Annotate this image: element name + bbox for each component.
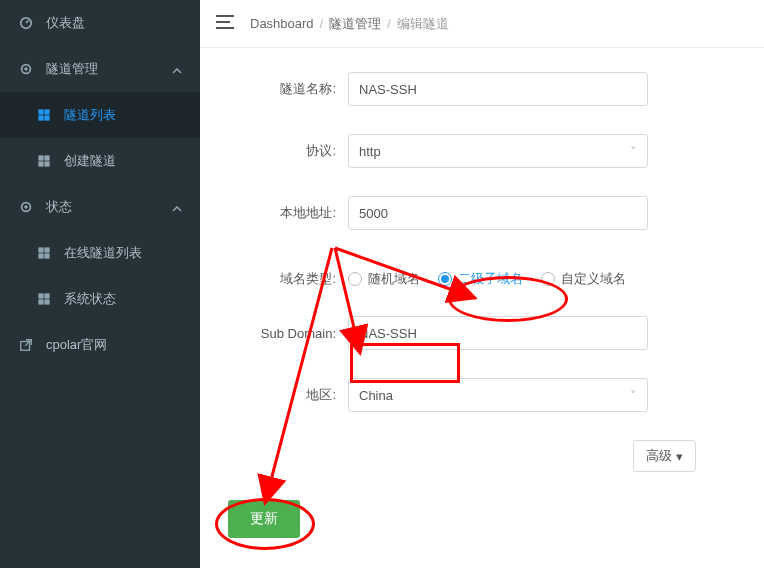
domain-type-subdomain[interactable]: 二级子域名 (438, 270, 523, 288)
breadcrumb-sep: / (320, 16, 324, 31)
svg-line-1 (26, 20, 29, 23)
svg-rect-7 (45, 116, 49, 120)
grid-icon (36, 107, 52, 123)
sidebar-item-label: cpolar官网 (46, 336, 107, 354)
main-content: Dashboard / 隧道管理 / 编辑隧道 隧道名称: 协议: http ˅ (200, 0, 764, 568)
external-link-icon (18, 337, 34, 353)
sidebar-item-label: 仪表盘 (46, 14, 85, 32)
sidebar-item-label: 系统状态 (64, 290, 116, 308)
breadcrumb-sep: / (387, 16, 391, 31)
breadcrumb-current: 编辑隧道 (397, 15, 449, 33)
sidebar-item-official-site[interactable]: cpolar官网 (0, 322, 200, 368)
local-addr-label: 本地地址: (228, 204, 348, 222)
region-label: 地区: (228, 386, 348, 404)
subdomain-input[interactable] (348, 316, 648, 350)
svg-rect-8 (39, 156, 43, 160)
grid-icon (36, 153, 52, 169)
region-select[interactable]: China ˅ (348, 378, 648, 412)
tunnel-name-label: 隧道名称: (228, 80, 348, 98)
sidebar: 仪表盘 隧道管理 隧道列表 创建隧道 (0, 0, 200, 568)
gear-icon (18, 199, 34, 215)
svg-rect-19 (45, 294, 49, 298)
domain-type-radio-group: 随机域名 二级子域名 自定义域名 (348, 270, 736, 288)
sidebar-item-label: 隧道列表 (64, 106, 116, 124)
breadcrumb-link[interactable]: Dashboard (250, 16, 314, 31)
protocol-select[interactable]: http ˅ (348, 134, 648, 168)
svg-rect-11 (45, 162, 49, 166)
topbar: Dashboard / 隧道管理 / 编辑隧道 (200, 0, 764, 48)
subdomain-label: Sub Domain: (228, 326, 348, 341)
svg-point-3 (25, 68, 28, 71)
sidebar-item-tunnel-list[interactable]: 隧道列表 (0, 92, 200, 138)
caret-down-icon: ▾ (676, 449, 683, 464)
advanced-button[interactable]: 高级 ▾ (633, 440, 696, 472)
sidebar-item-label: 隧道管理 (46, 60, 98, 78)
domain-type-custom[interactable]: 自定义域名 (541, 270, 626, 288)
svg-line-23 (25, 340, 31, 346)
gear-icon (18, 61, 34, 77)
svg-rect-5 (45, 110, 49, 114)
protocol-value: http (359, 144, 381, 159)
form-area: 隧道名称: 协议: http ˅ 本地地址: 域名类型: (200, 48, 764, 568)
toggle-sidebar-icon[interactable] (216, 15, 234, 32)
svg-rect-14 (39, 248, 43, 252)
chevron-down-icon: ˅ (630, 144, 637, 159)
svg-point-13 (25, 206, 28, 209)
sidebar-item-dashboard[interactable]: 仪表盘 (0, 0, 200, 46)
svg-rect-18 (39, 294, 43, 298)
grid-icon (36, 245, 52, 261)
local-addr-input[interactable] (348, 196, 648, 230)
svg-rect-10 (39, 162, 43, 166)
sidebar-item-label: 状态 (46, 198, 72, 216)
domain-type-random[interactable]: 随机域名 (348, 270, 420, 288)
svg-rect-21 (45, 300, 49, 304)
sidebar-item-tunnel-mgmt[interactable]: 隧道管理 (0, 46, 200, 92)
update-button[interactable]: 更新 (228, 500, 300, 538)
svg-rect-9 (45, 156, 49, 160)
svg-rect-15 (45, 248, 49, 252)
svg-rect-20 (39, 300, 43, 304)
sidebar-item-label: 在线隧道列表 (64, 244, 142, 262)
region-value: China (359, 388, 393, 403)
sidebar-item-system-status[interactable]: 系统状态 (0, 276, 200, 322)
svg-rect-16 (39, 254, 43, 258)
grid-icon (36, 291, 52, 307)
svg-rect-17 (45, 254, 49, 258)
chevron-down-icon: ˅ (630, 388, 637, 403)
svg-rect-4 (39, 110, 43, 114)
breadcrumb: Dashboard / 隧道管理 / 编辑隧道 (250, 15, 449, 33)
sidebar-item-online-tunnels[interactable]: 在线隧道列表 (0, 230, 200, 276)
protocol-label: 协议: (228, 142, 348, 160)
sidebar-item-status[interactable]: 状态 (0, 184, 200, 230)
chevron-up-icon (172, 62, 182, 77)
svg-rect-6 (39, 116, 43, 120)
annotation-arrows (200, 48, 764, 568)
sidebar-item-label: 创建隧道 (64, 152, 116, 170)
tunnel-name-input[interactable] (348, 72, 648, 106)
domain-type-label: 域名类型: (228, 270, 348, 288)
sidebar-item-create-tunnel[interactable]: 创建隧道 (0, 138, 200, 184)
dashboard-icon (18, 15, 34, 31)
chevron-up-icon (172, 200, 182, 215)
breadcrumb-link[interactable]: 隧道管理 (329, 15, 381, 33)
